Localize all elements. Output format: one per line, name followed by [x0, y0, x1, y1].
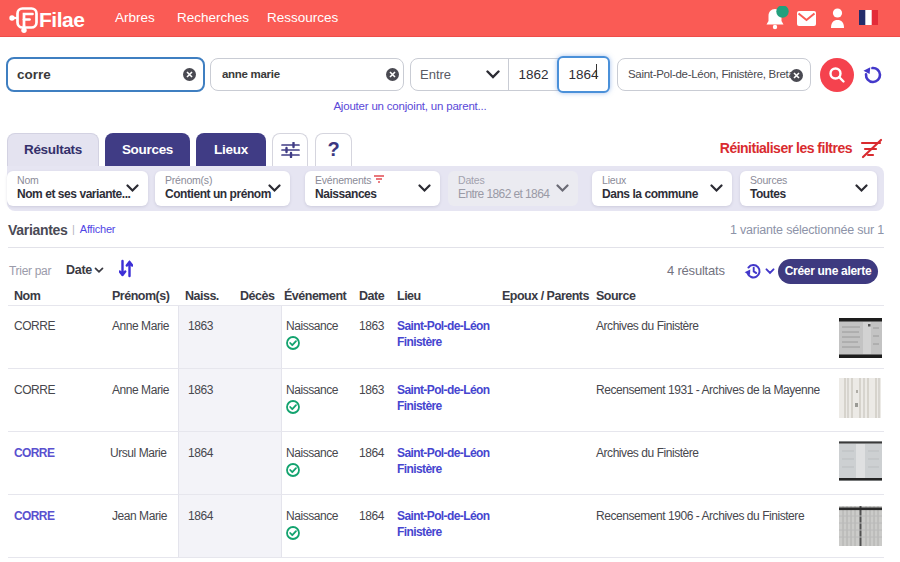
svg-text:Filae: Filae [39, 8, 84, 31]
